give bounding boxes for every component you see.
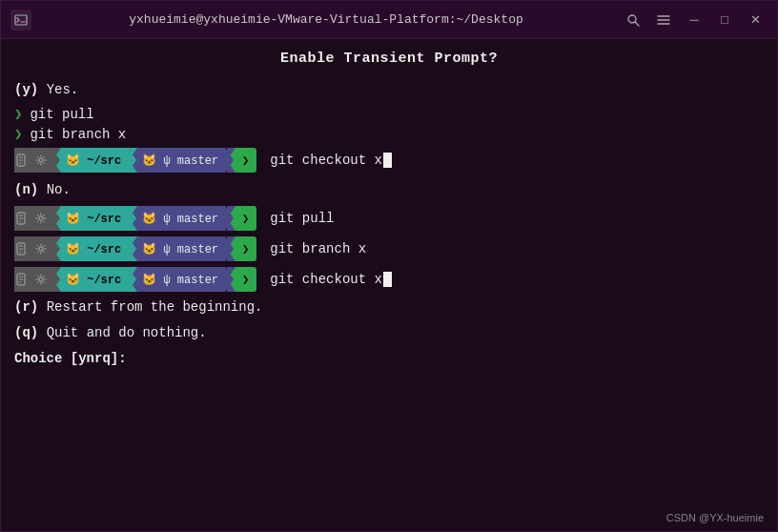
choice-input-line: Choice [ynrq]:: [14, 351, 764, 366]
pill-dir-no-3: 🐱 ~/src: [52, 267, 129, 292]
folder-icon-no-2: 🐱 ~/src: [66, 242, 121, 256]
command-block-no-2: 🐱 ~/src 🐱 ψ master ❯ git branch x: [14, 236, 764, 261]
option-quit-key: (q): [14, 325, 38, 340]
svg-point-16: [39, 216, 43, 220]
titlebar-title: yxhueimie@yxhueimie-VMware-Virtual-Platf…: [31, 12, 621, 27]
maximize-button[interactable]: □: [712, 10, 737, 31]
pill-arrow-no-1: [14, 206, 28, 231]
option-yes-label: Yes.: [47, 82, 79, 97]
folder-icon-no-1: 🐱 ~/src: [66, 212, 121, 226]
watermark: CSDN @YX-hueimie: [666, 512, 764, 523]
pill-branch-yes: 🐱 ψ master: [129, 148, 226, 173]
menu-button[interactable]: [651, 10, 676, 31]
option-no-label: No.: [47, 182, 71, 197]
git-cmd-branch-text: git branch x: [30, 127, 126, 142]
cmd-text-no-3: git checkout x: [270, 272, 382, 287]
branch-icon-yes: 🐱 ψ master: [142, 153, 218, 168]
branch-icon-no-2: 🐱 ψ master: [142, 242, 218, 256]
search-button[interactable]: [621, 10, 645, 31]
titlebar-controls: ─ □ ✕: [621, 10, 768, 31]
pill-branch-no-2: 🐱 ψ master: [129, 236, 226, 261]
pill-branch-no-3: 🐱 ψ master: [129, 267, 226, 292]
svg-point-21: [39, 247, 43, 251]
option-no-key: (n): [14, 182, 38, 197]
option-restart-label: Restart from the beginning.: [47, 299, 263, 315]
git-cmd-pull-text: git pull: [30, 107, 93, 122]
option-yes-key: (y): [14, 82, 38, 97]
branch-icon-no-3: 🐱 ψ master: [142, 273, 218, 287]
cursor-yes: [383, 153, 392, 168]
svg-point-11: [39, 158, 43, 162]
pill-dir-yes: 🐱 ~/src: [52, 148, 129, 173]
folder-icon-no-3: 🐱 ~/src: [66, 273, 121, 287]
minimize-button[interactable]: ─: [682, 10, 706, 31]
cmd-text-no-1: git pull: [270, 211, 334, 226]
prompt-pill-no-3: 🐱 ~/src 🐱 ψ master ❯: [14, 267, 256, 292]
option-no: (n) No.: [14, 180, 764, 200]
option-quit: (q) Quit and do nothing.: [14, 323, 764, 343]
terminal-window: yxhueimie@yxhueimie-VMware-Virtual-Platf…: [0, 0, 778, 532]
command-block-no-1: 🐱 ~/src 🐱 ψ master ❯ git pull: [14, 206, 764, 231]
cmd-text-yes: git checkout x: [270, 153, 382, 168]
command-block-yes: 🐱 ~/src 🐱 ψ master ❯ git checkout x: [14, 148, 764, 173]
terminal-icon: [10, 10, 31, 31]
green-arrow-icon-1: ❯: [14, 106, 22, 122]
choice-label: Choice [ynrq]:: [14, 351, 127, 366]
pill-arrow-no-3: [14, 267, 28, 292]
prompt-pill-no-1: 🐱 ~/src 🐱 ψ master ❯: [14, 206, 256, 231]
prompt-pill-no-2: 🐱 ~/src 🐱 ψ master ❯: [14, 236, 256, 261]
branch-icon-no-1: 🐱 ψ master: [142, 212, 218, 226]
svg-rect-0: [15, 15, 27, 25]
cursor-no-3: [383, 272, 392, 287]
pill-dir-no-1: 🐱 ~/src: [52, 206, 129, 231]
titlebar-left: [10, 10, 31, 31]
green-arrow-icon-2: ❯: [14, 126, 22, 142]
titlebar: yxhueimie@yxhueimie-VMware-Virtual-Platf…: [1, 1, 777, 39]
pill-arrow-yes: [14, 148, 28, 173]
option-yes: (y) Yes.: [14, 80, 764, 100]
git-cmd-branch-simple: ❯ git branch x: [14, 126, 764, 142]
pill-dir-no-2: 🐱 ~/src: [52, 236, 129, 261]
option-quit-label: Quit and do nothing.: [47, 325, 207, 340]
option-restart: (r) Restart from the beginning.: [14, 297, 764, 317]
option-restart-key: (r): [14, 299, 38, 315]
prompt-pill-yes: 🐱 ~/src 🐱 ψ master ❯: [14, 148, 256, 173]
terminal-body: Enable Transient Prompt? (y) Yes. ❯ git …: [1, 39, 777, 531]
pill-branch-no-1: 🐱 ψ master: [129, 206, 226, 231]
prompt-question: Enable Transient Prompt?: [14, 51, 764, 67]
close-button[interactable]: ✕: [743, 10, 768, 31]
folder-icon-yes: 🐱 ~/src: [66, 153, 121, 168]
command-block-no-3: 🐱 ~/src 🐱 ψ master ❯ git checkout x: [14, 267, 764, 292]
pill-arrow-no-2: [14, 236, 28, 261]
svg-line-3: [635, 22, 639, 26]
git-cmd-pull-simple: ❯ git pull: [14, 106, 764, 122]
svg-point-26: [39, 277, 43, 281]
cmd-text-no-2: git branch x: [270, 241, 366, 256]
